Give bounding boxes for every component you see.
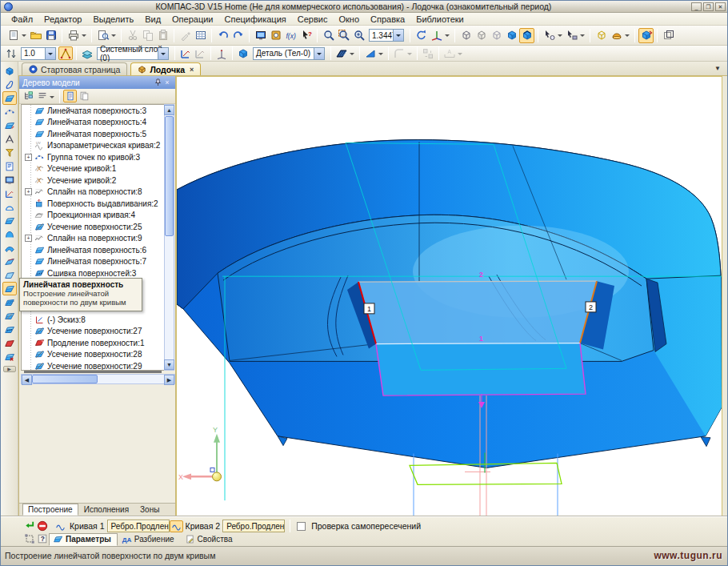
combo-dropdown-icon[interactable] bbox=[393, 30, 403, 41]
current-step-combo[interactable]: 1.0 bbox=[21, 47, 56, 60]
property-tab-Параметры[interactable]: Параметры bbox=[49, 533, 118, 546]
trim-surface-button[interactable] bbox=[2, 309, 17, 323]
property-help-button[interactable]: ? bbox=[36, 533, 48, 545]
tree-item[interactable]: Усечение кривой:2 bbox=[22, 175, 164, 187]
scroll-right-icon[interactable]: ▶ bbox=[164, 375, 174, 385]
array-tool-button[interactable] bbox=[421, 46, 435, 60]
extrusion-surface-button[interactable] bbox=[2, 214, 17, 227]
save-button[interactable] bbox=[43, 28, 58, 43]
selfintersect-checkbox[interactable] bbox=[297, 522, 306, 531]
expand-icon[interactable]: + bbox=[25, 188, 32, 195]
paste-button[interactable] bbox=[155, 28, 170, 43]
menu-Справка[interactable]: Справка bbox=[365, 14, 410, 25]
hide-components-button[interactable] bbox=[564, 28, 579, 43]
functions-button[interactable]: f(x) bbox=[283, 28, 298, 43]
scroll-down-icon[interactable]: ▼ bbox=[164, 359, 174, 370]
tree-item[interactable]: +Сплайн на поверхности:9 bbox=[22, 233, 164, 245]
zoom-in-button[interactable] bbox=[351, 28, 366, 43]
new-sketch-button[interactable] bbox=[178, 46, 193, 60]
revolution-surface-button[interactable] bbox=[2, 227, 17, 241]
snap-modes-button[interactable] bbox=[58, 46, 73, 60]
tree-structure-button[interactable] bbox=[22, 90, 35, 102]
display-hidden-thin-button[interactable] bbox=[489, 28, 504, 43]
rotate-model-button[interactable] bbox=[414, 28, 429, 43]
close-button[interactable]: ✕ bbox=[715, 2, 726, 11]
net-surface-button[interactable] bbox=[2, 295, 17, 309]
tree-item[interactable]: Линейчатая поверхность:7 bbox=[22, 256, 164, 268]
scroll-up-icon[interactable]: ▲ bbox=[164, 105, 174, 115]
tree-item[interactable]: (-) Эскиз:8 bbox=[22, 314, 164, 326]
simplified-display-button[interactable] bbox=[594, 28, 609, 43]
check-document-button[interactable] bbox=[661, 28, 676, 43]
copy-properties-button[interactable] bbox=[178, 28, 193, 43]
tab-start-page[interactable]: Стартовая страница bbox=[22, 62, 127, 75]
menu-Спецификация[interactable]: Спецификация bbox=[219, 14, 292, 25]
layers-button[interactable] bbox=[80, 46, 94, 60]
library-manager-button[interactable] bbox=[268, 28, 283, 43]
tree-item[interactable]: Усечение поверхности:27 bbox=[22, 326, 164, 338]
vertical-scroll-thumb[interactable] bbox=[165, 116, 174, 236]
hatch-surface-button[interactable] bbox=[334, 46, 349, 60]
orientation-button[interactable] bbox=[429, 28, 444, 43]
model-viewport[interactable]: 2 1 1 2 Y X bbox=[176, 76, 722, 516]
print-preview-button[interactable] bbox=[95, 28, 110, 43]
tree-item[interactable]: Продление поверхности:1 bbox=[22, 337, 164, 349]
menu-Файл[interactable]: Файл bbox=[6, 14, 38, 25]
property-tab-Свойства[interactable]: Свойства bbox=[181, 533, 239, 546]
display-shaded-button[interactable] bbox=[504, 28, 519, 43]
open-document-button[interactable] bbox=[28, 28, 43, 43]
undo-button[interactable] bbox=[215, 28, 230, 43]
delete-face-button[interactable] bbox=[2, 350, 17, 363]
tree-item[interactable]: Проекционная кривая:4 bbox=[22, 210, 164, 222]
horizontal-scroll-thumb[interactable] bbox=[32, 375, 98, 383]
tree-vertical-scrollbar[interactable]: ▲ ▼ bbox=[164, 104, 174, 371]
tree-item[interactable]: Усечение поверхности:25 bbox=[22, 221, 164, 233]
panel-close-icon[interactable]: × bbox=[162, 78, 172, 86]
expand-icon[interactable]: + bbox=[25, 154, 32, 161]
variables-window-button[interactable] bbox=[253, 28, 268, 43]
measure-button[interactable] bbox=[2, 187, 17, 200]
spatial-curves-button[interactable] bbox=[2, 78, 17, 91]
surfaces-category-button[interactable] bbox=[2, 91, 17, 105]
copy-button[interactable] bbox=[140, 28, 155, 43]
auxiliary-geometry-button[interactable] bbox=[2, 132, 17, 146]
zoom-scale-combo[interactable]: 1.3447 bbox=[369, 29, 404, 42]
local-csys-button[interactable] bbox=[214, 46, 229, 60]
point-arrays-button[interactable] bbox=[2, 105, 17, 118]
scroll-left-icon[interactable]: ◀ bbox=[22, 375, 32, 385]
menu-Вид[interactable]: Вид bbox=[139, 14, 166, 25]
create-object-button[interactable] bbox=[23, 520, 35, 532]
combo-dropdown-icon[interactable] bbox=[158, 48, 168, 59]
current-step-icon-button[interactable] bbox=[4, 46, 18, 60]
extend-surface-button[interactable] bbox=[2, 336, 17, 350]
tree-item[interactable]: +Группа точек по кривой:3 bbox=[22, 151, 164, 163]
tree-item[interactable]: Линейчатая поверхность:5 bbox=[22, 128, 164, 140]
tree-display-mode-button[interactable] bbox=[35, 90, 49, 102]
curve-network-surface-button[interactable] bbox=[2, 241, 17, 255]
menu-Сервис[interactable]: Сервис bbox=[292, 14, 334, 25]
current-part-icon-button[interactable] bbox=[236, 46, 250, 60]
tree-item[interactable]: Линейчатая поверхность:6 bbox=[22, 244, 164, 256]
surface-ops-button[interactable] bbox=[2, 118, 17, 132]
tree-item[interactable]: Усечение кривой:1 bbox=[22, 163, 164, 175]
display-wireframe-button[interactable] bbox=[458, 28, 474, 43]
tree-tab-Зоны[interactable]: Зоны bbox=[134, 504, 165, 516]
shell-tool-button[interactable] bbox=[2, 200, 17, 214]
auto-dimension-button[interactable]: А bbox=[442, 46, 457, 60]
knit-surface-button[interactable] bbox=[2, 323, 17, 336]
auto-create-button[interactable] bbox=[23, 533, 35, 545]
round-tool-button[interactable] bbox=[392, 46, 406, 60]
display-no-hidden-button[interactable] bbox=[474, 28, 489, 43]
curve1-field[interactable]: Ребро.Продлени bbox=[107, 520, 170, 532]
hide-objects-button[interactable] bbox=[542, 28, 557, 43]
menu-Окно[interactable]: Окно bbox=[333, 14, 365, 25]
property-tab-Разбиение[interactable]: ДАРазбиение bbox=[118, 533, 181, 546]
tab-lodochka[interactable]: Лодочка × bbox=[130, 62, 201, 75]
tree-item[interactable]: Линейчатая поверхность:3 bbox=[22, 105, 164, 117]
expand-icon[interactable]: + bbox=[25, 235, 32, 242]
tree-item[interactable]: UVИзопараметрическая кривая:2 bbox=[22, 140, 164, 152]
ruled-surface-preview[interactable] bbox=[358, 281, 597, 395]
tree-horizontal-scrollbar[interactable]: ◀ ▶ bbox=[21, 374, 175, 384]
restore-button[interactable]: ❐ bbox=[703, 2, 714, 11]
menu-Операции[interactable]: Операции bbox=[166, 14, 218, 25]
